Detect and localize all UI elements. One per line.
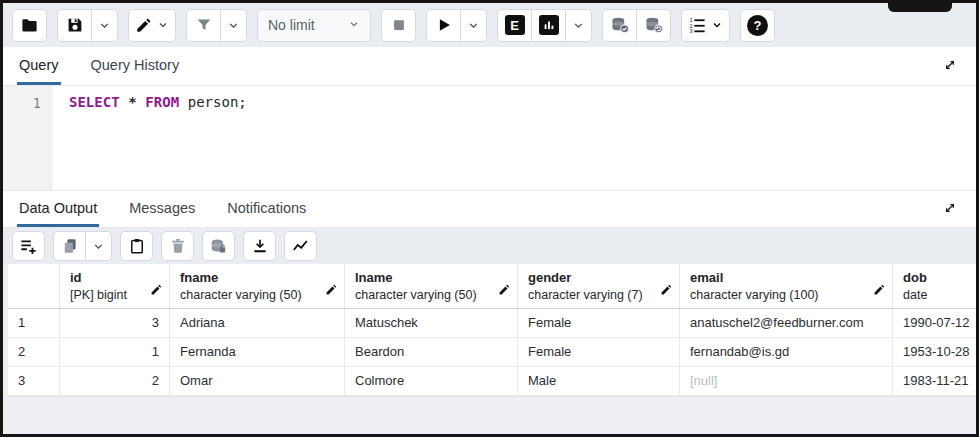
cell-dob[interactable]: 1983-11-21 [893, 367, 979, 395]
row-limit-value: No limit [268, 17, 315, 33]
output-panel-background [3, 396, 976, 434]
edit-column-icon[interactable] [660, 282, 673, 300]
chevron-down-icon [157, 19, 169, 31]
column-header-email[interactable]: email character varying (100) [680, 264, 893, 308]
tab-data-output[interactable]: Data Output [17, 191, 99, 227]
select-all-header[interactable] [8, 264, 60, 308]
explain-options-button[interactable] [565, 9, 592, 42]
tab-notifications[interactable]: Notifications [225, 191, 308, 227]
cell-gender[interactable]: Female [518, 309, 680, 337]
output-toolbar [3, 228, 976, 264]
cell-id[interactable]: 2 [60, 367, 170, 395]
db-rollback-icon [644, 15, 664, 35]
sql-keyword-select: SELECT [69, 94, 120, 110]
tab-query[interactable]: Query [17, 47, 61, 85]
explain-analyze-icon [539, 15, 559, 35]
open-file-button[interactable] [12, 9, 47, 42]
sql-star: * [128, 94, 136, 110]
row-number-cell[interactable]: 1 [8, 309, 60, 337]
download-csv-button[interactable] [243, 231, 276, 261]
paste-button[interactable] [120, 231, 153, 261]
cell-lname[interactable]: Beardon [345, 338, 518, 366]
save-icon [66, 16, 84, 34]
cell-email[interactable]: anatuschel2@feedburner.com [680, 309, 893, 337]
edit-column-icon[interactable] [325, 282, 338, 300]
column-header-dob[interactable]: dob date [893, 264, 979, 308]
row-number-cell[interactable]: 2 [8, 338, 60, 366]
explain-analyze-button[interactable] [531, 9, 566, 42]
chevron-down-icon [467, 19, 480, 32]
cell-gender[interactable]: Female [518, 338, 680, 366]
paste-icon [128, 237, 146, 255]
expand-icon [942, 57, 958, 76]
copy-icon [61, 237, 79, 255]
execute-options-button[interactable] [460, 9, 487, 42]
execute-button[interactable] [426, 9, 461, 42]
help-button[interactable]: ? [740, 9, 775, 42]
stop-button[interactable] [381, 9, 416, 42]
graph-visualiser-button[interactable] [284, 231, 317, 261]
cell-gender[interactable]: Male [518, 367, 680, 395]
copy-button[interactable] [53, 231, 86, 261]
copy-options-button[interactable] [85, 231, 112, 261]
data-grid: id [PK] bigint fname character varying (… [3, 264, 976, 396]
cell-lname[interactable]: Colmore [345, 367, 518, 395]
edit-button[interactable] [128, 9, 176, 42]
cell-email[interactable]: fernandab@is.gd [680, 338, 893, 366]
save-options-button[interactable] [91, 9, 118, 42]
play-icon [435, 16, 453, 34]
sql-identifier: person; [188, 94, 247, 110]
edit-column-icon[interactable] [873, 282, 886, 300]
cell-dob[interactable]: 1990-07-12 [893, 309, 979, 337]
column-header-fname[interactable]: fname character varying (50) [170, 264, 345, 308]
query-toolbar: No limit E [3, 3, 976, 47]
explain-icon: E [505, 15, 525, 35]
line-number: 1 [3, 95, 41, 111]
column-header-id[interactable]: id [PK] bigint [60, 264, 170, 308]
editor-gutter: 1 [3, 86, 53, 190]
explain-button[interactable]: E [497, 9, 532, 42]
pencil-icon [135, 16, 153, 34]
cell-fname[interactable]: Fernanda [170, 338, 345, 366]
filter-options-button[interactable] [220, 9, 247, 42]
add-row-button[interactable] [12, 231, 45, 261]
help-icon: ? [747, 15, 768, 36]
tab-messages[interactable]: Messages [127, 191, 197, 227]
save-button[interactable] [57, 9, 92, 42]
macros-button[interactable]: 123 [681, 9, 730, 42]
db-commit-icon [610, 15, 630, 35]
table-row: 3 2 Omar Colmore Male [null] 1983-11-21 [8, 367, 979, 396]
rollback-button[interactable] [636, 9, 671, 42]
cell-lname[interactable]: Matuschek [345, 309, 518, 337]
row-number-cell[interactable]: 3 [8, 367, 60, 395]
chevron-down-icon [572, 19, 585, 32]
save-data-changes-button[interactable] [202, 231, 235, 261]
commit-button[interactable] [602, 9, 637, 42]
column-header-lname[interactable]: lname character varying (50) [345, 264, 518, 308]
delete-row-button[interactable] [161, 231, 194, 261]
sql-editor[interactable]: 1 SELECT*FROMperson; [3, 86, 976, 190]
sql-code-line[interactable]: SELECT*FROMperson; [53, 86, 247, 190]
output-tabbar: Data Output Messages Notifications [3, 190, 976, 228]
filter-button[interactable] [186, 9, 221, 42]
cell-fname[interactable]: Adriana [170, 309, 345, 337]
cell-email-null[interactable]: [null] [680, 367, 893, 395]
add-row-icon [19, 237, 38, 256]
maximize-output-panel-button[interactable] [938, 196, 962, 223]
tab-query-history[interactable]: Query History [89, 47, 182, 85]
expand-icon [942, 200, 958, 219]
row-limit-select[interactable]: No limit [257, 9, 371, 42]
cell-id[interactable]: 1 [60, 338, 170, 366]
maximize-query-panel-button[interactable] [938, 53, 962, 80]
edit-column-icon[interactable] [498, 282, 511, 300]
stop-icon [390, 16, 408, 34]
cell-fname[interactable]: Omar [170, 367, 345, 395]
line-chart-icon [291, 237, 310, 256]
cell-dob[interactable]: 1953-10-28 [893, 338, 979, 366]
download-icon [251, 237, 269, 255]
column-header-gender[interactable]: gender character varying (7) [518, 264, 680, 308]
edit-column-icon[interactable] [150, 282, 163, 300]
grid-header-row: id [PK] bigint fname character varying (… [8, 264, 979, 309]
cell-id[interactable]: 3 [60, 309, 170, 337]
frame-notch [888, 3, 952, 12]
